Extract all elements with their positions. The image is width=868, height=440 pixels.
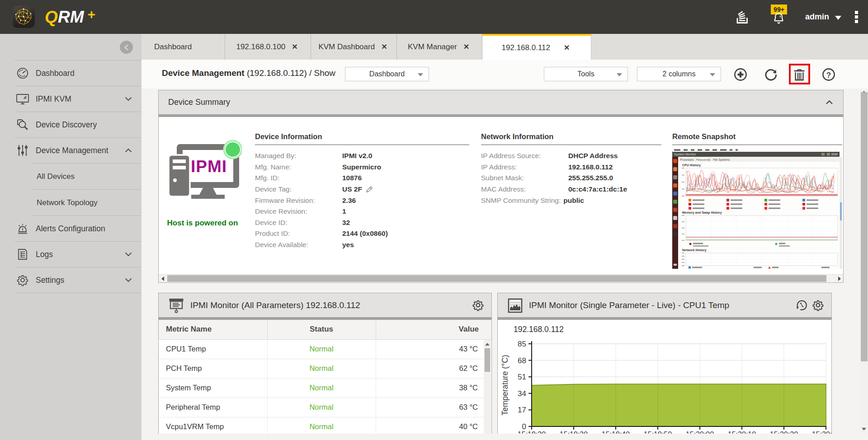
info-value-text: 1 [342, 207, 346, 215]
info-row: MAC Address:0c:c4:7a:c1:dc:1e [481, 184, 661, 195]
column-header-metric-name[interactable]: Metric Name [159, 320, 267, 339]
tab-192-168-0-112[interactable]: 192.168.0.112 ✕ [482, 34, 591, 60]
chevron-up-icon [125, 148, 132, 153]
page-vertical-scrollbar[interactable] [860, 89, 868, 434]
sidebar-item-device-discovery[interactable]: Device Discovery [0, 112, 142, 137]
svg-text:?: ? [826, 71, 831, 80]
sliders-icon [16, 144, 29, 157]
x-tick-label: 15:19:40 [602, 431, 630, 434]
brand-logo: Q RM + [45, 7, 113, 26]
tab-kvm-manager[interactable]: KVM Manager ✕ [397, 34, 482, 60]
tab-close-icon[interactable]: ✕ [462, 42, 471, 51]
panel-title: IPMI Monitor (All Parameters) 192.168.0.… [190, 300, 360, 310]
scroll-up-arrow[interactable] [485, 343, 490, 346]
sidebar-item-ipmi-kvm[interactable]: IPMI KVM [0, 86, 142, 112]
table-row[interactable]: PCH TempNormal62 °C [159, 359, 491, 378]
notifications-bell[interactable]: 99+ [771, 0, 787, 34]
device-info-rows: Managed By:IPMI v2.0Mfg. Name:Supermicro… [255, 145, 469, 250]
sidebar-item-label: Settings [36, 276, 64, 285]
table-row[interactable]: Vcpu1VRM TempNormal40 °C [159, 417, 491, 434]
snapshot-section-label: Memory and Swap History [682, 211, 722, 215]
help-button[interactable]: ? [822, 68, 835, 81]
kebab-dot [855, 11, 858, 14]
column-header-status[interactable]: Status [267, 320, 376, 339]
highlight-box [789, 64, 810, 84]
table-row[interactable]: System TempNormal38 °C [159, 378, 491, 398]
tab-close-icon[interactable]: ✕ [290, 42, 299, 51]
tab-label: KVM Manager [408, 42, 462, 51]
columns-select[interactable]: 2 columns [637, 67, 721, 81]
info-label: Subnet Mask: [481, 174, 568, 182]
remote-snapshot-image[interactable]: System MonitorProcessesResourcesFile Sys… [672, 148, 842, 269]
kebab-menu[interactable] [855, 10, 858, 24]
sidebar-item-dashboard[interactable]: Dashboard [0, 61, 142, 86]
metrics-table-body: CPU1 TempNormal43 °CPCH TempNormal62 °CS… [159, 339, 491, 434]
scrollbar-thumb[interactable] [485, 348, 490, 372]
device-summary-header[interactable]: Device Summary [159, 90, 843, 117]
select-arrow-icon [617, 73, 622, 76]
info-value: yes [342, 241, 354, 249]
column-header-value[interactable]: Value [376, 320, 491, 339]
sidebar-item-label: IPMI KVM [36, 94, 71, 104]
x-tick-label: 15:20:20 [770, 431, 798, 434]
collapse-chevron-up-icon[interactable] [826, 100, 833, 105]
scroll-down-arrow[interactable] [862, 428, 866, 431]
remote-snapshot-frame: System MonitorProcessesResourcesFile Sys… [672, 145, 842, 269]
metric-status-cell: Normal [267, 339, 376, 359]
ipmi-chart-header[interactable]: IPMI Monitor (Single Parameter - Live) -… [498, 293, 831, 320]
tools-select[interactable]: Tools [544, 67, 628, 81]
kvm-monitor-icon [16, 93, 29, 105]
edit-pencil-icon[interactable] [365, 186, 373, 193]
info-row: Device Available:yes [255, 239, 469, 251]
info-label: Device Revision: [255, 207, 342, 215]
sidebar-item-device-management[interactable]: Device Management [0, 138, 142, 163]
tab-192-168-0-100[interactable]: 192.168.0.100 ✕ [225, 34, 311, 60]
info-value-text: 32 [342, 219, 350, 227]
qrm-logo[interactable] [13, 6, 35, 28]
tab-kvm-dashboard[interactable]: KVM Dashboard ✕ [311, 34, 397, 60]
table-row[interactable]: CPU1 TempNormal43 °C [159, 339, 491, 359]
sidebar-item-label: Dashboard [36, 69, 75, 78]
kebab-dot [855, 20, 858, 23]
panel-title: IPMI Monitor (Single Parameter - Live) -… [529, 300, 729, 310]
summary-horizontal-scrollbar[interactable] [159, 274, 843, 282]
info-row: Product ID:2144 (0x0860) [255, 228, 469, 239]
snapshot-window-title: System Monitor [674, 153, 696, 156]
select-arrow-icon [418, 73, 423, 76]
sidebar-item-settings[interactable]: Settings [0, 267, 142, 293]
sidebar-collapse-button[interactable] [120, 41, 133, 54]
ipmi-live-chart-panel: IPMI Monitor (Single Parameter - Live) -… [497, 293, 832, 434]
device-information-section: Device Information Managed By:IPMI v2.0M… [255, 132, 469, 250]
tab-close-icon[interactable]: ✕ [562, 43, 571, 52]
tab-close-icon[interactable]: ✕ [379, 42, 389, 51]
widget-settings-gear-icon[interactable] [812, 299, 824, 311]
info-value-text: yes [342, 241, 354, 249]
sidebar-item-alerts-configuration[interactable]: Alerts Configuration [0, 216, 142, 241]
add-widget-button[interactable] [734, 68, 747, 81]
widget-settings-gear-icon[interactable] [472, 299, 484, 311]
ipmi-table-header[interactable]: IPMI Monitor (All Parameters) 192.168.0.… [159, 293, 491, 320]
scrollbar-thumb[interactable] [167, 275, 826, 282]
x-tick-label: 15:20:00 [686, 431, 714, 434]
activity-stack-icon[interactable] [735, 9, 750, 25]
history-clock-icon[interactable] [796, 299, 808, 311]
info-row: SNMP Community String:public [481, 195, 661, 206]
metric-name-cell: Vcpu1VRM Temp [159, 417, 267, 434]
refresh-button[interactable] [764, 68, 778, 81]
table-row[interactable]: Peripheral TempNormal63 °C [159, 398, 491, 417]
scroll-right-arrow[interactable] [835, 275, 843, 282]
info-row: Mfg. Name:Supermicro [255, 162, 469, 173]
table-vertical-scrollbar[interactable] [484, 340, 491, 434]
sidebar-item-network-topology[interactable]: Network Topology [0, 190, 142, 215]
sidebar-item-logs[interactable]: Logs [0, 242, 142, 267]
show-select[interactable]: Dashboard [345, 67, 429, 81]
scrollbar-thumb[interactable] [861, 92, 868, 361]
scroll-left-arrow[interactable] [159, 275, 166, 282]
info-value-text: 255.255.255.0 [568, 174, 613, 182]
sidebar-item-all-devices[interactable]: All Devices [0, 164, 142, 189]
user-menu[interactable]: admin [805, 12, 841, 22]
tab-dashboard[interactable]: Dashboard [142, 34, 225, 60]
info-label: Mfg. Name: [255, 163, 342, 171]
widgets-viewport: Device Summary IPMI [142, 89, 868, 434]
page-toolbar: Device Management (192.168.0.112) / Show… [142, 60, 868, 89]
